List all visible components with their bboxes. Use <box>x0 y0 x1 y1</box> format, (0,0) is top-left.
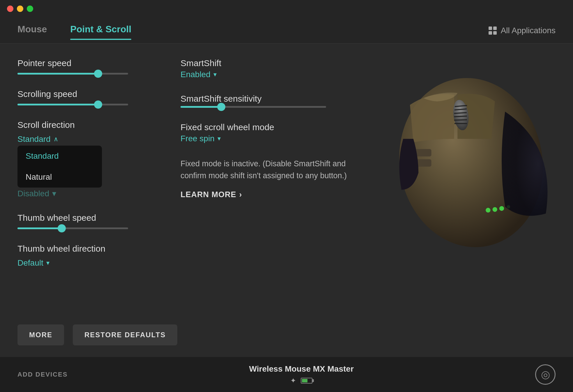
device-info: Wireless Mouse MX Master ✦ <box>68 364 535 385</box>
scroll-indicator-value: Disabled <box>17 189 49 198</box>
bluetooth-icon: ✦ <box>290 377 296 385</box>
mouse-image <box>369 44 573 248</box>
fixed-scroll-wheel-mode-arrow-icon: ▾ <box>217 135 221 142</box>
more-button[interactable]: MORE <box>17 324 64 345</box>
profile-button[interactable]: ◎ <box>535 364 556 385</box>
all-applications-label: All Applications <box>501 26 556 35</box>
scrolling-speed-label: Scrolling speed <box>17 89 163 99</box>
svg-line-4 <box>454 113 467 113</box>
pointer-speed-fill <box>17 73 98 75</box>
svg-point-12 <box>499 206 504 211</box>
scroll-direction-arrow-icon: ∧ <box>54 135 58 143</box>
user-icon: ◎ <box>541 368 550 381</box>
scrolling-speed-slider[interactable] <box>17 104 128 105</box>
all-applications-button[interactable]: All Applications <box>489 26 556 35</box>
smartshift-value: Enabled <box>181 70 211 79</box>
left-column: Pointer speed Scrolling speed Scroll dir… <box>17 58 163 342</box>
mouse-svg <box>369 44 573 248</box>
thumb-wheel-speed-slider[interactable] <box>17 227 128 229</box>
scroll-direction-group: Scroll direction Standard ∧ Standard Nat… <box>17 120 163 198</box>
svg-point-10 <box>486 208 490 213</box>
add-devices-button[interactable]: ADD DEVICES <box>17 371 68 378</box>
thumb-wheel-direction-dropdown[interactable]: Default ▾ <box>17 258 163 268</box>
scroll-direction-value: Standard <box>17 135 51 144</box>
svg-point-13 <box>507 205 510 209</box>
action-buttons: MORE RESTORE DEFAULTS <box>17 324 177 345</box>
thumb-wheel-speed-label: Thumb wheel speed <box>17 213 163 223</box>
traffic-lights <box>7 6 33 12</box>
scroll-direction-dropdown[interactable]: Standard ∧ <box>17 135 163 144</box>
smartshift-sensitivity-slider[interactable] <box>181 106 326 108</box>
thumb-wheel-direction-label: Thumb wheel direction <box>17 244 163 254</box>
scroll-direction-option-standard[interactable]: Standard <box>17 146 102 167</box>
smartshift-sensitivity-thumb[interactable] <box>217 103 225 111</box>
scrolling-speed-fill <box>17 104 98 105</box>
scroll-direction-option-natural[interactable]: Natural <box>17 167 102 188</box>
minimize-button[interactable] <box>17 6 23 12</box>
svg-line-5 <box>454 116 467 117</box>
battery-fill <box>302 379 307 382</box>
thumb-wheel-speed-thumb[interactable] <box>58 224 66 232</box>
close-button[interactable] <box>7 6 13 12</box>
grid-icon <box>489 27 497 35</box>
thumb-wheel-direction-arrow-icon: ▾ <box>46 259 49 267</box>
battery-icon <box>301 378 312 384</box>
pointer-speed-label: Pointer speed <box>17 58 163 68</box>
svg-point-11 <box>493 207 497 212</box>
fixed-scroll-wheel-mode-value: Free spin <box>181 134 215 143</box>
scroll-indicator[interactable]: Disabled ▾ <box>17 189 163 198</box>
maximize-button[interactable] <box>27 6 33 12</box>
smartshift-arrow-icon: ▾ <box>213 71 217 78</box>
scrolling-speed-thumb[interactable] <box>94 100 102 109</box>
thumb-wheel-direction-value: Default <box>17 258 43 268</box>
scrolling-speed-group: Scrolling speed <box>17 89 163 105</box>
thumb-wheel-speed-fill <box>17 227 62 229</box>
info-text: Fixed mode is inactive. (Disable SmartSh… <box>181 158 349 181</box>
device-icons: ✦ <box>290 377 312 385</box>
scroll-direction-label: Scroll direction <box>17 120 163 130</box>
title-bar <box>0 0 573 17</box>
pointer-speed-slider[interactable] <box>17 73 128 75</box>
pointer-speed-thumb[interactable] <box>94 70 102 78</box>
svg-line-6 <box>454 120 467 120</box>
learn-more-label: LEARN MORE <box>181 190 236 199</box>
learn-more-arrow-icon: › <box>239 190 242 199</box>
smartshift-sensitivity-fill <box>181 106 221 108</box>
thumb-wheel-direction-group: Thumb wheel direction Default ▾ <box>17 244 163 268</box>
tab-mouse[interactable]: Mouse <box>17 24 47 37</box>
restore-defaults-button[interactable]: RESTORE DEFAULTS <box>73 324 177 345</box>
nav-tabs: Mouse Point & Scroll All Applications <box>0 17 573 44</box>
device-name: Wireless Mouse MX Master <box>249 364 354 374</box>
bottom-bar: ADD DEVICES Wireless Mouse MX Master ✦ ◎ <box>0 357 573 392</box>
tab-point-scroll[interactable]: Point & Scroll <box>70 24 131 37</box>
pointer-speed-group: Pointer speed <box>17 58 163 75</box>
scroll-indicator-arrow-icon: ▾ <box>52 189 56 198</box>
scroll-direction-menu: Standard Natural <box>17 146 102 188</box>
thumb-wheel-speed-group: Thumb wheel speed <box>17 213 163 229</box>
main-content: Pointer speed Scrolling speed Scroll dir… <box>0 44 573 357</box>
